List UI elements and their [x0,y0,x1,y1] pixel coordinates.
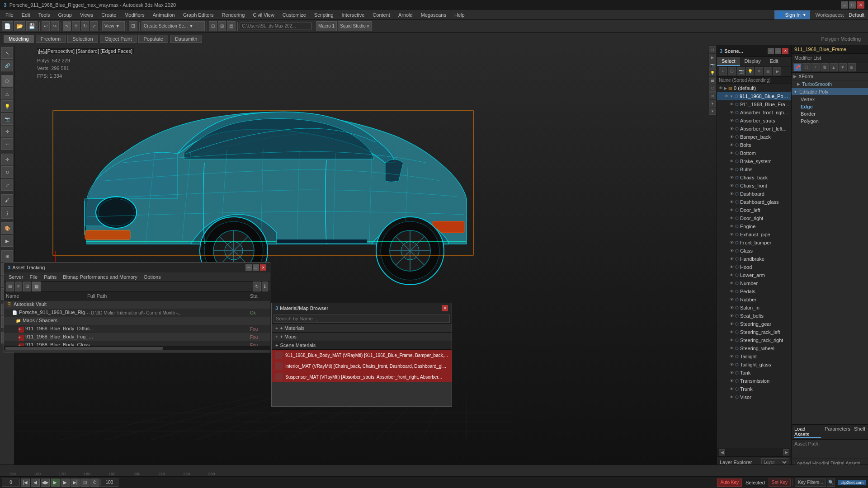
scene-obj-26[interactable]: 👁⬡Rubber [717,296,791,304]
modifier-sub-vertex[interactable]: Vertex [792,96,868,103]
rotate-btn[interactable]: ↻ [81,21,89,31]
scene-nav-7[interactable]: ▶ [773,67,781,75]
asset-tb4[interactable]: ▦ [32,282,41,291]
asset-close[interactable]: ✕ [260,264,266,271]
scene-obj-35[interactable]: 👁⬡Tank [717,369,791,377]
select-btn[interactable]: ↖ [63,21,71,31]
asset-reload[interactable]: ↻ [253,282,261,291]
asset-menu-server[interactable]: Server [6,274,26,280]
asset-row-2[interactable]: 📁Maps / Shaders [4,317,270,325]
scene-obj-11[interactable]: 👁⬡Chairs_back [717,174,791,182]
scene-obj-20[interactable]: 👁⬡Glass [717,247,791,255]
tab-selection[interactable]: Selection [67,35,98,43]
tab-modeling[interactable]: Modeling [4,35,34,43]
scene-obj-18[interactable]: 👁⬡Exhaust_pipe [717,230,791,239]
lt-geo[interactable]: ⬡ [1,75,13,87]
scene-obj-8[interactable]: 👁⬡Bottom [717,149,791,157]
asset-tb1[interactable]: ⊞ [6,282,14,291]
mod-move-down[interactable]: ▼ [839,63,847,71]
vp-iso[interactable]: ⊞ [709,92,716,99]
scene-obj-4[interactable]: 👁⬡Absorber_struts [717,117,791,125]
modifier-xform[interactable]: ▶ XForm [792,73,868,80]
sign-in-area[interactable]: 👤 Sign In ▼ [774,10,810,19]
selection-set-dropdown[interactable]: Create Selection Se... ▼ [142,21,205,31]
scene-tab-display[interactable]: Display [740,57,765,66]
lt-material[interactable]: 🎨 [1,222,13,234]
asset-menu-paths[interactable]: Paths [41,274,59,280]
key-mode[interactable]: ⊡ [80,479,90,487]
modifier-editable-poly[interactable]: ▼ Editable Poly [792,88,868,96]
scene-obj-29[interactable]: 👁⬡Steering_gear [717,320,791,328]
scene-obj-1[interactable]: 👁▼⬡911_1968_Blue_Porsc... [717,92,791,100]
vp-render[interactable]: ▶ [709,54,716,61]
menu-customize[interactable]: Customize [279,10,310,19]
asset-menu-file[interactable]: File [27,274,40,280]
scene-obj-38[interactable]: 👁⬡Visor [717,393,791,401]
lt-select[interactable]: ↖ [1,47,13,59]
asset-menu-bitmap[interactable]: Bitmap Performance and Memory [60,274,140,280]
mirror-btn[interactable]: ⊡ [209,21,217,31]
scene-obj-37[interactable]: 👁⬡Trunk [717,385,791,393]
tab-populate[interactable]: Populate [138,35,168,43]
minimize-button[interactable]: ─ [841,1,848,9]
time-config[interactable]: ⏱ [90,479,99,487]
scene-obj-21[interactable]: 👁⬡Handbrake [717,255,791,263]
tab-datasmith[interactable]: Datasmith [170,35,203,43]
scene-obj-19[interactable]: 👁⬡Front_bumper [717,239,791,247]
lt-light[interactable]: 💡 [1,100,13,112]
modifier-sub-polygon[interactable]: Polygon [792,117,868,125]
menu-arnold[interactable]: Arnold [395,10,416,19]
mod-delete[interactable]: 🗑 [821,63,829,71]
scene-close[interactable]: ✕ [782,48,788,54]
menu-edit[interactable]: Edit [18,10,34,19]
vp-scene[interactable]: 🏔 [709,77,716,84]
menu-interactive[interactable]: Interactive [338,10,368,19]
move-btn[interactable]: ✛ [72,21,80,31]
modifier-sub-edge[interactable]: Edge [792,103,868,110]
asset-row-5[interactable]: ■911_1968_Blue_Body_Glossiness.png Fou [4,341,270,346]
lt-misc1[interactable]: ⊞ [1,250,13,262]
tab-freeform[interactable]: Freeform [36,35,66,43]
menu-group[interactable]: Group [54,10,75,19]
scene-obj-36[interactable]: 👁⬡Transmission [717,377,791,385]
asset-row-4[interactable]: ■911_1968_Blue_Body_Fog_color.png Fou [4,333,270,341]
mat-row-1[interactable]: Interior_MAT (VRayMtl) [Chairs_back, Cha… [272,361,452,371]
menu-rendering[interactable]: Rendering [218,10,249,19]
align-btn[interactable]: ⊞ [218,21,226,31]
time-field[interactable]: 0 [2,479,20,487]
vp-filter1[interactable]: ▼ [709,100,716,107]
tab-object-paint[interactable]: Object Paint [100,35,137,43]
menu-content[interactable]: Content [369,10,394,19]
lt-deform[interactable]: ⟆ [1,207,13,219]
mat-section-maps[interactable]: ++ Maps [272,333,452,341]
menu-help[interactable]: Help [451,10,468,19]
squid-btn[interactable]: Squid Studio v [338,21,372,31]
lt-scale[interactable]: ⤢ [1,179,13,191]
scene-obj-33[interactable]: 👁⬡Taillight [717,352,791,361]
scene-obj-17[interactable]: 👁⬡Engine [717,222,791,230]
material-search[interactable] [272,313,452,324]
view-dropdown[interactable]: View ▼ [102,21,125,31]
lt-helper[interactable]: ✛ [1,126,13,137]
lt-paint[interactable]: 🖌 [1,194,13,206]
menu-scripting[interactable]: Scripting [311,10,337,19]
scene-nav-5[interactable]: ⭘ [755,67,763,75]
menu-graph-editors[interactable]: Graph Editors [179,10,217,19]
scene-obj-31[interactable]: 👁⬡Steering_rack_right [717,336,791,344]
mod-move-up[interactable]: ▲ [830,63,838,71]
mat-row-0[interactable]: 911_1968_Blue_Body_MAT (VRayMtl) [911_19… [272,350,452,361]
mat-row-2[interactable]: Suspensor_MAT (VRayMtl) [Absorber_struts… [272,371,452,382]
scene-nav-4[interactable]: 💡 [746,67,754,75]
scene-obj-16[interactable]: 👁⬡Door_right [717,214,791,222]
shelf-btn[interactable]: Shelf [854,426,865,438]
scene-obj-22[interactable]: 👁⬡Hood [717,263,791,271]
asset-tb3[interactable]: ⊡ [23,282,31,291]
go-end[interactable]: ▶| [71,479,80,487]
scene-tab-edit[interactable]: Edit [765,57,783,66]
object-list[interactable]: 👁▶▤0 (default)👁▼⬡911_1968_Blue_Porsc...👁… [717,84,791,448]
mod-misc[interactable]: ⊞ [848,63,856,71]
lt-move[interactable]: ✛ [1,154,13,165]
key-filters-btn[interactable]: Key Filters... [795,479,826,487]
vp-maximize[interactable]: ⊡ [709,46,716,53]
timeline-ruler[interactable]: 150 160 170 180 190 200 210 220 230 [0,465,868,477]
